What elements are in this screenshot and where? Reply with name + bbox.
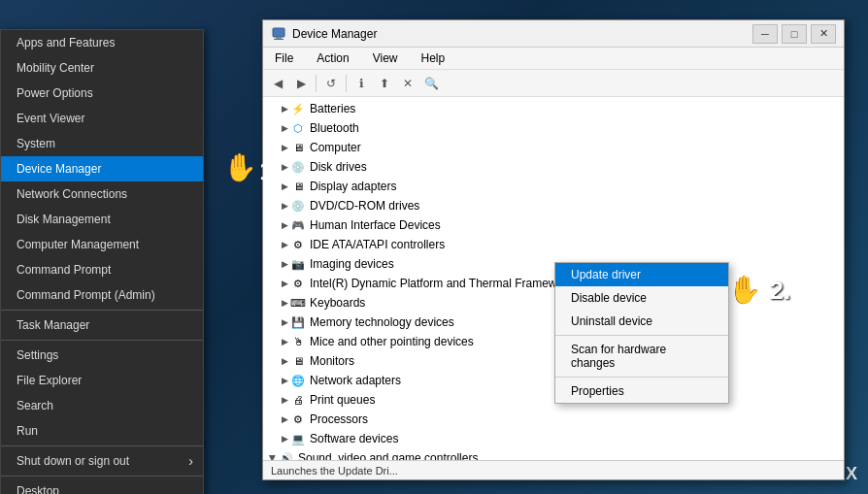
toolbar: ◀ ▶ ↺ ℹ ⬆ ✕ 🔍 <box>263 70 844 97</box>
label-display: Display adapters <box>310 180 840 193</box>
sidebar-item-mobility-center[interactable]: Mobility Center <box>1 55 203 81</box>
tree-item-computer[interactable]: ▶ 🖥 Computer <box>263 138 844 157</box>
ctx-separator-2 <box>555 377 728 378</box>
tree-item-network-adapters[interactable]: ▶ 🌐 Network adapters <box>263 371 844 390</box>
maximize-button[interactable]: □ <box>782 24 807 44</box>
tree-item-intel-thermal[interactable]: ▶ ⚙ Intel(R) Dynamic Platform and Therma… <box>263 274 844 293</box>
tree-item-imaging[interactable]: ▶ 📷 Imaging devices <box>263 254 844 274</box>
tree-item-ide[interactable]: ▶ ⚙ IDE ATA/ATAPI controllers <box>263 235 844 254</box>
hand-cursor-icon: 🤚 <box>222 151 256 183</box>
minimize-button[interactable]: ─ <box>752 24 778 44</box>
menu-view[interactable]: View <box>365 49 406 67</box>
sidebar-item-run[interactable]: Run <box>1 418 203 444</box>
menu-help[interactable]: Help <box>414 49 453 67</box>
expand-arrow-display: ▶ <box>279 181 290 191</box>
window-controls: ─ □ ✕ <box>752 24 836 44</box>
label-processors: Processors <box>310 412 840 426</box>
tree-item-keyboards[interactable]: ▶ ⌨ Keyboards <box>263 293 844 313</box>
sidebar-item-desktop[interactable]: Desktop <box>1 478 203 494</box>
label-dvd: DVD/CD-ROM drives <box>310 199 840 213</box>
tree-item-software[interactable]: ▶ 💻 Software devices <box>263 429 844 448</box>
sidebar-item-network-connections[interactable]: Network Connections <box>1 181 203 207</box>
tree-item-disk-drives[interactable]: ▶ 💿 Disk drives <box>263 157 844 177</box>
expand-arrow-imaging: ▶ <box>279 259 290 269</box>
icon-memory: 💾 <box>290 314 306 330</box>
expand-arrow-print: ▶ <box>279 395 290 405</box>
ctx-properties[interactable]: Properties <box>555 379 728 403</box>
menu-action[interactable]: Action <box>309 49 356 67</box>
icon-display: 🖥 <box>290 179 306 194</box>
label-ide: IDE ATA/ATAPI controllers <box>310 238 840 251</box>
scan-button[interactable]: 🔍 <box>420 73 442 94</box>
sidebar-item-task-manager[interactable]: Task Manager <box>1 313 203 338</box>
tree-item-hid[interactable]: ▶ 🎮 Human Interface Devices <box>263 215 844 235</box>
ctx-scan-hardware[interactable]: Scan for hardware changes <box>555 338 728 375</box>
expand-arrow-memory: ▶ <box>279 317 290 327</box>
device-tree[interactable]: ▶ ⚡ Batteries ▶ ⬡ Bluetooth ▶ 🖥 Computer… <box>263 97 844 460</box>
back-button[interactable]: ◀ <box>267 73 288 94</box>
icon-keyboards: ⌨ <box>290 295 306 311</box>
properties-button[interactable]: ℹ <box>351 73 372 94</box>
ctx-separator <box>555 335 728 336</box>
tree-item-dvd[interactable]: ▶ 💿 DVD/CD-ROM drives <box>263 196 844 215</box>
sidebar-item-apps-features[interactable]: Apps and Features <box>1 30 203 55</box>
tree-item-print[interactable]: ▶ 🖨 Print queues <box>263 390 844 410</box>
label-hid: Human Interface Devices <box>310 218 840 232</box>
sidebar-item-device-manager[interactable]: Device Manager 🤚 1. <box>1 156 203 181</box>
sidebar-item-shutdown[interactable]: Shut down or sign out <box>1 448 203 474</box>
label-disk: Disk drives <box>310 160 840 174</box>
expand-arrow-hid: ▶ <box>279 220 290 230</box>
sidebar-item-power-options[interactable]: Power Options <box>1 81 203 106</box>
sidebar-item-disk-management[interactable]: Disk Management <box>1 207 203 232</box>
tree-item-mice[interactable]: ▶ 🖱 Mice and other pointing devices <box>263 332 844 351</box>
icon-hid: 🎮 <box>290 217 306 233</box>
tree-item-monitors[interactable]: ▶ 🖥 Monitors <box>263 351 844 371</box>
label-sound: Sound, video and game controllers <box>298 451 840 460</box>
ctx-disable-device[interactable]: Disable device <box>555 286 728 310</box>
expand-arrow-batteries: ▶ <box>279 104 290 114</box>
ctx-uninstall-device[interactable]: Uninstall device <box>555 310 728 333</box>
expand-arrow-processors: ▶ <box>279 414 290 424</box>
label-batteries: Batteries <box>310 102 840 115</box>
sidebar-item-settings[interactable]: Settings <box>1 343 203 368</box>
expand-arrow-computer: ▶ <box>279 143 290 152</box>
icon-sound: 🔊 <box>279 450 294 460</box>
tree-item-display-adapters[interactable]: ▶ 🖥 Display adapters <box>263 177 844 196</box>
tree-item-batteries[interactable]: ▶ ⚡ Batteries <box>263 99 844 118</box>
close-button[interactable]: ✕ <box>811 24 836 44</box>
uninstall-button[interactable]: ✕ <box>397 73 418 94</box>
sidebar-item-event-viewer[interactable]: Event Viewer <box>1 106 203 131</box>
forward-button[interactable]: ▶ <box>290 73 312 94</box>
expand-arrow-bluetooth: ▶ <box>279 123 290 133</box>
sidebar-item-command-prompt[interactable]: Command Prompt <box>1 257 203 282</box>
tree-item-processors[interactable]: ▶ ⚙ Processors <box>263 410 844 429</box>
ctx-update-driver[interactable]: Update driver <box>555 263 728 286</box>
icon-batteries: ⚡ <box>290 101 306 116</box>
expand-arrow-network: ▶ <box>279 376 290 385</box>
update-driver-button[interactable]: ⬆ <box>374 73 395 94</box>
sidebar-item-search[interactable]: Search <box>1 393 203 418</box>
tree-item-sound[interactable]: ▶ 🔊 Sound, video and game controllers <box>263 448 844 460</box>
window-title: Device Manager <box>292 27 752 41</box>
label-bluetooth: Bluetooth <box>310 121 840 135</box>
tree-item-memory[interactable]: ▶ 💾 Memory technology devices <box>263 313 844 332</box>
menu-separator-3 <box>1 445 203 446</box>
icon-print: 🖨 <box>290 392 306 408</box>
menu-separator-2 <box>1 340 203 341</box>
menu-file[interactable]: File <box>267 49 301 67</box>
expand-arrow-ide: ▶ <box>279 240 290 249</box>
sidebar-item-file-explorer[interactable]: File Explorer <box>1 368 203 393</box>
icon-bluetooth: ⬡ <box>290 120 306 136</box>
toolbar-separator-2 <box>346 75 347 92</box>
statusbar-text: Launches the Update Dri... <box>271 465 398 477</box>
icon-intel-thermal: ⚙ <box>290 276 306 291</box>
refresh-button[interactable]: ↺ <box>320 73 342 94</box>
desktop: Apps and Features Mobility Center Power … <box>0 0 868 494</box>
expand-arrow-keyboards: ▶ <box>279 298 290 308</box>
tree-item-bluetooth[interactable]: ▶ ⬡ Bluetooth <box>263 118 844 138</box>
menu-separator-1 <box>1 310 203 311</box>
sidebar-item-computer-management[interactable]: Computer Management <box>1 232 203 257</box>
sidebar-item-system[interactable]: System <box>1 131 203 156</box>
sidebar-item-command-prompt-admin[interactable]: Command Prompt (Admin) <box>1 282 203 308</box>
device-manager-label: Device Manager <box>17 162 101 176</box>
